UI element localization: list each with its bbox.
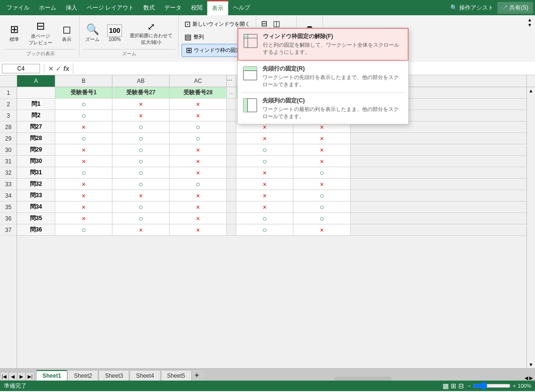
- cell-ac36[interactable]: ×: [170, 213, 227, 224]
- cell-ab33[interactable]: ○: [112, 179, 170, 190]
- cell-ab31[interactable]: ○: [112, 156, 170, 167]
- col-header-ab[interactable]: AB: [112, 75, 170, 87]
- cell-ac1[interactable]: 受験番号28: [170, 87, 227, 99]
- page-break-view-btn[interactable]: ⊟: [458, 382, 464, 390]
- cell-ac3[interactable]: ×: [170, 110, 227, 121]
- row-num-33[interactable]: 33: [0, 179, 17, 190]
- confirm-formula-btn[interactable]: ✓: [56, 65, 61, 72]
- cell-ac2[interactable]: ×: [170, 99, 227, 110]
- menu-page-layout[interactable]: ページ レイアウト: [82, 1, 139, 15]
- sheet-tab-1[interactable]: Sheet1: [36, 370, 67, 381]
- col-header-b[interactable]: B: [55, 75, 112, 87]
- cell-ab32[interactable]: ○: [112, 167, 170, 179]
- cell-b35[interactable]: ×: [55, 201, 112, 213]
- menu-file[interactable]: ファイル: [2, 1, 34, 15]
- menu-view[interactable]: 表示: [207, 0, 228, 15]
- cell-af37[interactable]: ○: [236, 224, 293, 236]
- tab-nav-first[interactable]: |◀: [0, 372, 9, 381]
- cell-b37[interactable]: ○: [55, 224, 112, 236]
- cell-af29[interactable]: ×: [236, 133, 293, 144]
- cell-ab35[interactable]: ○: [112, 201, 170, 213]
- btn-standard[interactable]: ⊞ 標準: [5, 21, 24, 44]
- cell-b1[interactable]: 受験番号1: [55, 87, 112, 99]
- scroll-up-btn[interactable]: ▲: [528, 87, 535, 94]
- sheet-tab-2[interactable]: Sheet2: [68, 370, 98, 381]
- cell-ac35[interactable]: ×: [170, 201, 227, 213]
- cell-ag32[interactable]: ○: [293, 167, 351, 179]
- search-assist[interactable]: 🔍 操作アシスト: [450, 4, 494, 12]
- row-num-28[interactable]: 28: [0, 121, 17, 133]
- tab-nav-next[interactable]: ▶: [17, 372, 26, 381]
- insert-function-btn[interactable]: fx: [63, 65, 69, 72]
- cell-ac31[interactable]: ×: [170, 156, 227, 167]
- cell-b34[interactable]: ×: [55, 190, 112, 201]
- cell-a34[interactable]: 問33: [17, 190, 55, 201]
- cell-a33[interactable]: 問32: [17, 179, 55, 190]
- btn-zoom[interactable]: 🔍 ズーム: [82, 21, 102, 44]
- cell-b32[interactable]: ○: [55, 167, 112, 179]
- cell-b2[interactable]: ○: [55, 99, 112, 110]
- cell-a32[interactable]: 問31: [17, 167, 55, 179]
- cell-af36[interactable]: ○: [236, 213, 293, 224]
- row-num-30[interactable]: 30: [0, 144, 17, 156]
- cell-b36[interactable]: ×: [55, 213, 112, 224]
- cell-ac34[interactable]: ×: [170, 190, 227, 201]
- row-num-2[interactable]: 2: [0, 99, 17, 110]
- sheet-tab-5[interactable]: Sheet5: [161, 370, 192, 381]
- btn-100[interactable]: 100 100%: [104, 22, 125, 44]
- cell-ag35[interactable]: ○: [293, 201, 351, 213]
- cell-a1[interactable]: [17, 87, 55, 99]
- menu-help[interactable]: ヘルプ: [228, 1, 255, 15]
- cell-ab30[interactable]: ○: [112, 144, 170, 156]
- cell-a29[interactable]: 問28: [17, 133, 55, 144]
- cell-a35[interactable]: 問34: [17, 201, 55, 213]
- cell-ag31[interactable]: ×: [293, 156, 351, 167]
- scroll-down-btn[interactable]: ▼: [528, 361, 535, 368]
- cell-b30[interactable]: ×: [55, 144, 112, 156]
- menu-formula[interactable]: 数式: [139, 1, 160, 15]
- row-num-1[interactable]: 1: [0, 87, 17, 99]
- cell-ab28[interactable]: ○: [112, 121, 170, 133]
- row-num-32[interactable]: 32: [0, 167, 17, 179]
- cell-ag36[interactable]: ○: [293, 213, 351, 224]
- cell-af35[interactable]: ×: [236, 201, 293, 213]
- col-header-a[interactable]: A: [17, 75, 55, 87]
- row-num-29[interactable]: 29: [0, 133, 17, 144]
- tab-scrollbar[interactable]: [334, 377, 392, 381]
- add-sheet-btn[interactable]: +: [192, 370, 202, 381]
- cell-ac33[interactable]: ○: [170, 179, 227, 190]
- normal-view-btn[interactable]: ▦: [443, 382, 449, 390]
- share-button[interactable]: ↗ 共有(S): [497, 2, 533, 14]
- cell-ag29[interactable]: ×: [293, 133, 351, 144]
- cell-ab37[interactable]: ×: [112, 224, 170, 236]
- cell-b28[interactable]: ×: [55, 121, 112, 133]
- cell-ab3[interactable]: ×: [112, 110, 170, 121]
- cell-ab2[interactable]: ×: [112, 99, 170, 110]
- tab-nav-last[interactable]: ▶|: [26, 372, 34, 381]
- page-layout-view-btn[interactable]: ⊞: [451, 382, 456, 390]
- row-num-31[interactable]: 31: [0, 156, 17, 167]
- cell-af33[interactable]: ×: [236, 179, 293, 190]
- cell-b29[interactable]: ○: [55, 133, 112, 144]
- tab-nav-prev[interactable]: ◀: [9, 372, 17, 381]
- tab-scroll-left[interactable]: ◀: [525, 375, 528, 381]
- cell-ag33[interactable]: ×: [293, 179, 351, 190]
- row-num-34[interactable]: 34: [0, 190, 17, 201]
- cell-a30[interactable]: 問29: [17, 144, 55, 156]
- cell-ac29[interactable]: ○: [170, 133, 227, 144]
- menu-data[interactable]: データ: [160, 1, 186, 15]
- cell-ab29[interactable]: ○: [112, 133, 170, 144]
- cell-ab34[interactable]: ×: [112, 190, 170, 201]
- menu-home[interactable]: ホーム: [34, 1, 61, 15]
- cell-a3[interactable]: 問2: [17, 110, 55, 121]
- cell-ac37[interactable]: ×: [170, 224, 227, 236]
- cell-b33[interactable]: ×: [55, 179, 112, 190]
- btn-fit-selection[interactable]: ⤢ 選択範囲に合わせて拡大/縮小: [127, 19, 175, 48]
- cell-a31[interactable]: 問30: [17, 156, 55, 167]
- btn-arrange[interactable]: ▤ 整列: [182, 31, 207, 43]
- btn-view[interactable]: ◻ 表示: [57, 21, 76, 44]
- sheet-tab-3[interactable]: Sheet3: [99, 370, 129, 381]
- col-header-ac[interactable]: AC: [170, 75, 227, 87]
- zoom-out-btn[interactable]: −: [468, 383, 471, 389]
- cell-a36[interactable]: 問35: [17, 213, 55, 224]
